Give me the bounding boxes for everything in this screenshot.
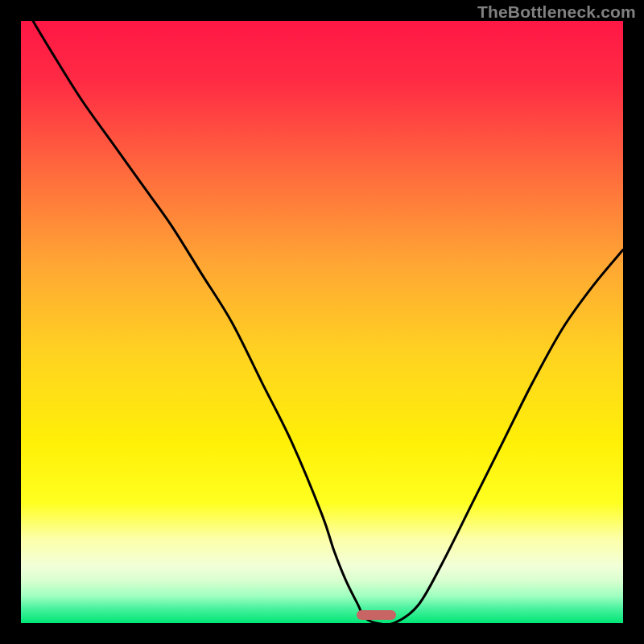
chart-frame: TheBottleneck.com: [0, 0, 644, 644]
plot-area: [21, 21, 623, 623]
bottleneck-curve: [21, 21, 623, 623]
watermark-text: TheBottleneck.com: [477, 2, 636, 22]
optimum-marker: [357, 610, 396, 620]
